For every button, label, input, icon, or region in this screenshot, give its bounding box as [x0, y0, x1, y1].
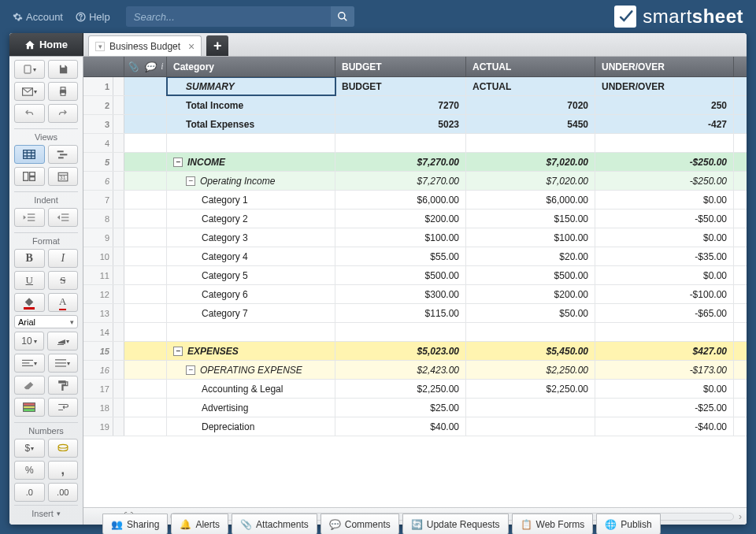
row-number[interactable]: 10 — [83, 247, 113, 265]
cell-budget[interactable]: BUDGET — [335, 77, 466, 95]
cell-budget[interactable]: $500.00 — [335, 266, 466, 284]
row-number[interactable]: 13 — [83, 304, 113, 322]
collapse-toggle[interactable]: − — [186, 176, 195, 186]
sharing-tab[interactable]: 👥Sharing — [102, 514, 168, 534]
insert-section-label[interactable]: Insert▾ — [14, 505, 78, 521]
col-header-budget[interactable]: BUDGET — [335, 57, 466, 76]
print-button[interactable] — [48, 82, 79, 101]
cell-budget[interactable]: 7270 — [335, 96, 466, 114]
cell-under-over[interactable]: $0.00 — [595, 191, 734, 209]
row-number[interactable]: 9 — [83, 228, 113, 247]
cell-budget[interactable]: $7,270.00 — [335, 153, 466, 171]
font-size-select[interactable]: 10▾ — [14, 332, 44, 350]
cell-category[interactable]: Category 6 — [167, 285, 335, 303]
row-number[interactable]: 3 — [83, 115, 113, 133]
table-row[interactable]: 14 — [83, 323, 747, 342]
grid-body[interactable]: 1SUMMARYBUDGETACTUALUNDER/OVER2Total Inc… — [83, 77, 747, 507]
cell-under-over[interactable]: -427 — [595, 115, 734, 133]
cell-actual[interactable]: $500.00 — [466, 266, 595, 284]
strike-button[interactable]: S — [48, 271, 79, 290]
outdent-button[interactable] — [14, 208, 45, 227]
col-header-category[interactable]: Category — [167, 57, 335, 76]
row-number[interactable]: 2 — [83, 96, 113, 114]
row-number[interactable]: 7 — [83, 191, 113, 209]
highlight-button[interactable]: ▾ — [47, 332, 78, 350]
cell-category[interactable]: −Operating Income — [167, 172, 335, 190]
indent-button[interactable] — [48, 208, 79, 227]
cell-under-over[interactable]: $427.00 — [595, 342, 734, 360]
cell-actual[interactable]: $7,020.00 — [466, 153, 595, 171]
cell-under-over[interactable]: -$40.00 — [595, 417, 734, 436]
search-input[interactable] — [126, 11, 331, 23]
table-row[interactable]: 18Advertising$25.00-$25.00 — [83, 399, 747, 417]
cell-budget[interactable]: $7,270.00 — [335, 172, 466, 190]
cell-actual[interactable]: $20.00 — [466, 247, 595, 265]
cell-under-over[interactable]: -$173.00 — [595, 361, 734, 379]
conditional-format-button[interactable] — [14, 398, 45, 417]
cell-category[interactable]: Category 3 — [167, 228, 335, 247]
currency-alt-button[interactable] — [48, 439, 79, 458]
update-requests-tab[interactable]: 🔄Update Requests — [402, 514, 509, 534]
comment-col-icon[interactable]: 💬 — [144, 61, 156, 72]
clear-format-button[interactable] — [14, 376, 45, 395]
currency-button[interactable]: $▾ — [14, 439, 45, 458]
publish-tab[interactable]: 🌐Publish — [596, 514, 660, 534]
cell-category[interactable] — [167, 134, 335, 152]
table-row[interactable]: 9Category 3$100.00$100.00$0.00 — [83, 228, 747, 247]
tab-dropdown-icon[interactable]: ▾ — [95, 42, 105, 51]
table-row[interactable]: 3Total Expenses50235450-427 — [83, 115, 747, 134]
cell-under-over[interactable]: $0.00 — [595, 380, 734, 398]
help-link[interactable]: Help — [76, 11, 110, 23]
table-row[interactable]: 12Category 6$300.00$200.00-$100.00 — [83, 285, 747, 304]
add-tab-button[interactable]: + — [206, 35, 228, 56]
table-row[interactable]: 13Category 7$115.00$50.00-$65.00 — [83, 304, 747, 323]
sheet-tab[interactable]: ▾ Business Budget × — [88, 35, 202, 56]
cell-actual[interactable]: $150.00 — [466, 210, 595, 228]
table-row[interactable]: 5−INCOME$7,270.00$7,020.00-$250.00 — [83, 153, 747, 172]
cell-budget[interactable]: $6,000.00 — [335, 191, 466, 209]
cell-actual[interactable]: 7020 — [466, 96, 595, 114]
cell-category[interactable]: Total Expenses — [167, 115, 335, 133]
cell-category[interactable]: Category 2 — [167, 210, 335, 228]
cell-budget[interactable]: $25.00 — [335, 399, 466, 417]
cell-budget[interactable]: $115.00 — [335, 304, 466, 322]
collapse-toggle[interactable]: − — [173, 347, 183, 356]
table-row[interactable]: 4 — [83, 134, 747, 153]
cell-under-over[interactable]: -$250.00 — [595, 153, 734, 171]
cell-under-over[interactable]: -$25.00 — [595, 399, 734, 417]
cell-budget[interactable]: $40.00 — [335, 417, 466, 436]
card-view-button[interactable] — [14, 167, 45, 186]
cell-actual[interactable]: $200.00 — [466, 285, 595, 303]
cell-category[interactable]: −OPERATING EXPENSE — [167, 361, 335, 379]
table-row[interactable]: 1SUMMARYBUDGETACTUALUNDER/OVER — [83, 77, 747, 96]
cell-budget[interactable] — [335, 134, 466, 152]
cell-budget[interactable]: $2,250.00 — [335, 380, 466, 398]
cell-category[interactable]: Category 1 — [167, 191, 335, 209]
cell-category[interactable]: −EXPENSES — [167, 342, 335, 360]
info-col-icon[interactable]: i — [161, 61, 163, 72]
cell-under-over[interactable]: -$100.00 — [595, 285, 734, 303]
close-tab-icon[interactable]: × — [188, 40, 195, 53]
table-row[interactable]: 8Category 2$200.00$150.00-$50.00 — [83, 210, 747, 228]
col-header-actual[interactable]: ACTUAL — [466, 57, 595, 76]
cell-under-over[interactable]: -$250.00 — [595, 172, 734, 190]
search-button[interactable] — [331, 6, 354, 27]
row-number[interactable]: 16 — [83, 361, 113, 379]
cell-actual[interactable] — [466, 417, 595, 436]
cell-under-over[interactable] — [595, 323, 734, 341]
redo-button[interactable] — [48, 104, 79, 123]
collapse-toggle[interactable]: − — [173, 158, 183, 167]
alerts-tab[interactable]: 🔔Alerts — [171, 514, 228, 534]
cell-actual[interactable]: $50.00 — [466, 304, 595, 322]
cell-category[interactable]: Category 5 — [167, 266, 335, 284]
row-number[interactable]: 5 — [83, 153, 113, 171]
grid-view-button[interactable] — [14, 145, 45, 164]
new-sheet-button[interactable]: ▾ — [14, 60, 45, 79]
cell-actual[interactable]: $2,250.00 — [466, 361, 595, 379]
percent-button[interactable]: % — [14, 461, 45, 480]
table-row[interactable]: 19Depreciation$40.00-$40.00 — [83, 417, 747, 436]
cell-under-over[interactable]: UNDER/OVER — [595, 77, 734, 95]
cell-actual[interactable] — [466, 399, 595, 417]
cell-actual[interactable]: ACTUAL — [466, 77, 595, 95]
cell-under-over[interactable]: -$50.00 — [595, 210, 734, 228]
